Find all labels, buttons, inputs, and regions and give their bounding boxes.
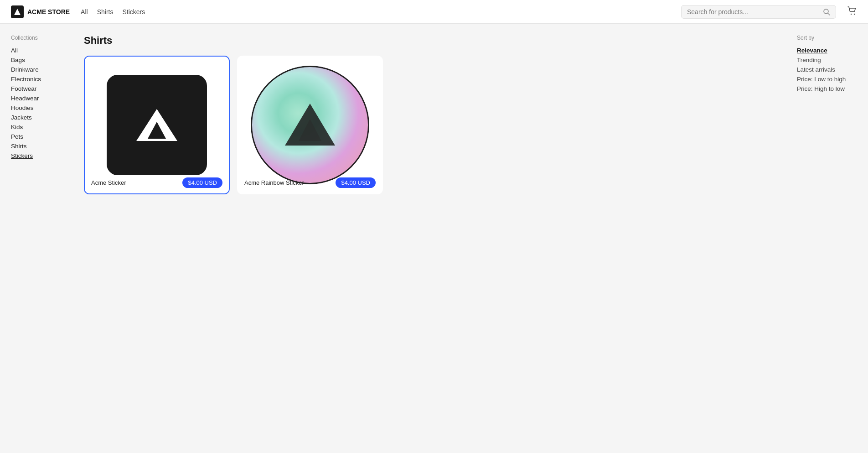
sidebar-item-jackets[interactable]: Jackets [11, 113, 73, 122]
logo[interactable]: ACME STORE [11, 5, 70, 18]
sidebar-item-all[interactable]: All [11, 46, 73, 55]
sidebar-item-drinkware[interactable]: Drinkware [11, 65, 73, 74]
product-price-acme-sticker: $4.00 USD [182, 177, 222, 188]
sticker2-background [251, 66, 369, 184]
store-name: ACME STORE [27, 8, 70, 16]
search-icon [823, 8, 830, 16]
svg-point-4 [851, 14, 852, 15]
sort-panel: Sort by Relevance Trending Latest arriva… [775, 35, 857, 194]
svg-line-3 [828, 13, 830, 15]
product-name-acme-sticker: Acme Sticker [91, 179, 126, 186]
sort-relevance[interactable]: Relevance [797, 46, 857, 55]
sidebar-item-electronics[interactable]: Electronics [11, 74, 73, 84]
sidebar-item-hoodies[interactable]: Hoodies [11, 103, 73, 113]
sidebar-item-bags[interactable]: Bags [11, 55, 73, 65]
search-bar[interactable] [681, 5, 836, 19]
main-content: Shirts Acme Sticker $4.00 USD [84, 35, 775, 194]
product-grid: Acme Sticker $4.00 USD Acme Rai [84, 56, 775, 194]
sidebar-item-stickers[interactable]: Stickers [11, 151, 73, 161]
collections-label: Collections [11, 35, 73, 41]
product-price-acme-rainbow-sticker: $4.00 USD [336, 177, 376, 188]
sidebar-item-footwear[interactable]: Footwear [11, 84, 73, 94]
product-footer-acme-rainbow-sticker: Acme Rainbow Sticker $4.00 USD [238, 172, 382, 193]
sticker2-border [251, 66, 369, 184]
sticker1-background [107, 75, 207, 175]
sort-trending[interactable]: Trending [797, 55, 857, 65]
product-card-acme-sticker[interactable]: Acme Sticker $4.00 USD [84, 56, 230, 194]
sidebar-item-kids[interactable]: Kids [11, 122, 73, 132]
sidebar-item-shirts[interactable]: Shirts [11, 141, 73, 151]
section-title: Shirts [84, 35, 775, 47]
sort-latest-arrivals[interactable]: Latest arrivals [797, 65, 857, 74]
sort-price-low-high[interactable]: Price: Low to high [797, 74, 857, 84]
product-name-acme-rainbow-sticker: Acme Rainbow Sticker [244, 179, 304, 186]
search-input[interactable] [687, 8, 819, 16]
sort-price-high-low[interactable]: Price: High to low [797, 84, 857, 94]
product-card-acme-rainbow-sticker[interactable]: Acme Rainbow Sticker $4.00 USD [237, 56, 383, 194]
sidebar-item-pets[interactable]: Pets [11, 132, 73, 141]
cart-icon [847, 6, 857, 16]
sidebar: Collections All Bags Drinkware Electroni… [11, 35, 84, 194]
cart-button[interactable] [847, 6, 857, 17]
header: ACME STORE All Shirts Stickers [0, 0, 868, 24]
svg-point-5 [854, 14, 855, 15]
nav-all[interactable]: All [81, 8, 88, 16]
acme-logo-sticker1 [132, 104, 182, 146]
sidebar-item-headwear[interactable]: Headwear [11, 94, 73, 103]
acme-logo-icon [11, 5, 24, 18]
page-layout: Collections All Bags Drinkware Electroni… [0, 24, 868, 205]
nav-shirts[interactable]: Shirts [97, 8, 114, 16]
product-footer-acme-sticker: Acme Sticker $4.00 USD [85, 172, 229, 193]
nav-stickers[interactable]: Stickers [122, 8, 145, 16]
main-nav: All Shirts Stickers [81, 8, 145, 16]
sort-label: Sort by [797, 35, 857, 41]
